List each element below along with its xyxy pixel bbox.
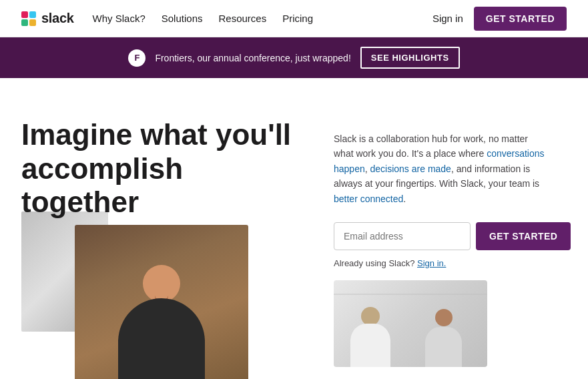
nav-link-solutions[interactable]: Solutions [162,13,203,24]
logo[interactable]: slack [21,11,74,26]
logo-text: slack [41,11,74,26]
preview-person1 [347,300,394,367]
hero-description: Slack is a collaboration hub for work, n… [334,131,547,206]
decisions-link[interactable]: decisions are made [370,163,451,174]
announcement-banner: F Frontiers, our annual conference, just… [0,37,588,78]
nav-right: Sign in GET STARTED [432,7,567,31]
preview-person2 [420,304,467,367]
person-silhouette [101,252,222,379]
hero-section: Imagine what you'll accomplish together … [0,78,588,379]
see-highlights-button[interactable]: SEE HIGHLIGHTS [360,47,460,69]
hero-right: Slack is a collaboration hub for work, n… [302,118,571,379]
frontiers-icon: F [128,49,145,67]
hero-preview-image [334,280,487,367]
get-started-button-hero[interactable]: GET STARTED [476,222,571,250]
better-connected-link[interactable]: better connected [334,194,403,204]
main-hero-image [75,225,248,379]
sign-in-link-hero[interactable]: Sign in. [417,258,446,268]
person-body [118,298,205,379]
main-nav: slack Why Slack? Solutions Resources Pri… [0,0,588,37]
hero-description-text: Slack is a collaboration hub for work, n… [334,133,545,204]
slack-grid-icon [21,11,36,26]
sign-in-link[interactable]: Sign in [432,13,463,24]
get-started-button-nav[interactable]: GET STARTED [474,7,567,31]
nav-link-why-slack[interactable]: Why Slack? [93,13,145,24]
already-using-text: Already using Slack? Sign in. [334,258,571,268]
email-input[interactable] [334,222,471,250]
nav-links: Why Slack? Solutions Resources Pricing [93,13,432,24]
nav-link-resources[interactable]: Resources [218,13,266,24]
hero-left: Imagine what you'll accomplish together [21,118,302,379]
banner-text: Frontiers, our annual conference, just w… [155,53,350,63]
email-form: GET STARTED [334,222,571,250]
hero-heading: Imagine what you'll accomplish together [21,118,302,220]
nav-link-pricing[interactable]: Pricing [282,13,313,24]
hero-images [21,192,288,379]
person-head [143,265,180,302]
